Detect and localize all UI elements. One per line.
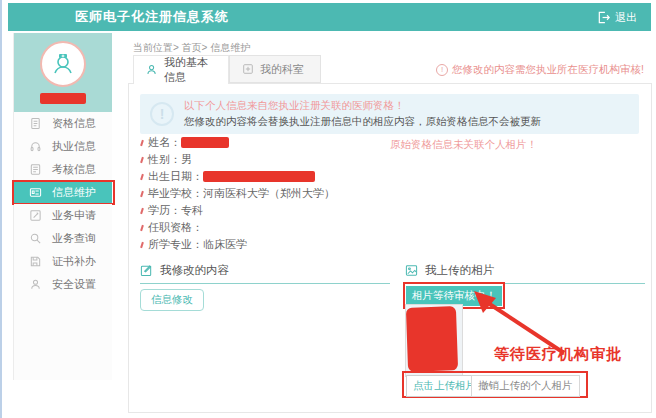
sidebar: 资格信息 执业信息 考核信息 <box>13 33 112 380</box>
field-label: 性别： <box>148 152 181 167</box>
tab-label: 我的基本信息 <box>164 55 216 85</box>
section-title: 我上传的相片 <box>425 263 494 278</box>
tab-my-basic-info[interactable]: 我的基本信息 <box>133 55 229 84</box>
field-value: 河南医科大学（郑州大学） <box>203 186 335 201</box>
info-notice-box: ! 以下个人信息来自您执业注册关联的医师资格！ 您修改的内容将会替换执业注册信息… <box>140 94 639 134</box>
field-major: 所学专业： 临床医学 <box>141 239 335 250</box>
field-job-qualification: 任职资格： <box>141 222 335 233</box>
field-birthdate: 出生日期： <box>141 171 335 182</box>
tab-label: 我的科室 <box>260 62 304 77</box>
field-label: 学历： <box>148 203 181 218</box>
sidebar-item-business-application[interactable]: 业务申请 <box>14 204 112 227</box>
field-name: 姓名： <box>141 137 335 148</box>
redacted-value <box>181 137 229 148</box>
info-modify-button[interactable]: 信息修改 <box>140 289 204 311</box>
required-tick-icon <box>140 190 144 196</box>
logout-label: 退出 <box>615 10 637 25</box>
sidebar-item-practice-info[interactable]: 执业信息 <box>14 135 112 158</box>
required-tick-icon <box>140 156 144 162</box>
app-title: 医师电子化注册信息系统 <box>75 8 229 26</box>
headset-icon <box>28 140 42 154</box>
sidebar-item-label: 执业信息 <box>52 139 96 154</box>
document-icon <box>28 117 42 131</box>
annotation-arrow <box>472 291 572 357</box>
field-education: 学历： 专科 <box>141 205 335 216</box>
required-tick-icon <box>140 139 144 145</box>
plus-square-icon <box>242 63 254 75</box>
sidebar-menu: 资格信息 执业信息 考核信息 <box>14 112 112 296</box>
exclamation-circle-icon: ! <box>150 102 174 126</box>
sidebar-item-certificate-reissue[interactable]: 证书补办 <box>14 250 112 273</box>
sidebar-item-label: 考核信息 <box>52 162 96 177</box>
personal-info-fields: 姓名： 性别： 男 出生日期： 毕业学校： 河南医科大学（郑州大学） 学历： 专… <box>141 137 335 250</box>
uploaded-photo-header: 我上传的相片 <box>405 263 645 284</box>
window-edge <box>0 0 2 418</box>
notice-line2: 您修改的内容将会替换执业注册信息中的相应内容，原始资格信息不会被更新 <box>184 115 541 129</box>
uploaded-photo[interactable] <box>405 304 463 377</box>
doctor-icon <box>48 49 78 79</box>
modified-content-header: 我修改的内容 <box>140 263 390 284</box>
tab-my-department[interactable]: 我的科室 <box>229 55 321 83</box>
field-gender: 性别： 男 <box>141 154 335 165</box>
tab-review-warning: ! 您修改的内容需您执业所在医疗机构审核! <box>436 63 644 77</box>
required-tick-icon <box>140 207 144 213</box>
user-icon <box>28 278 42 292</box>
required-tick-icon <box>140 224 144 230</box>
sidebar-item-label: 资格信息 <box>52 116 96 131</box>
warning-text: 您修改的内容需您执业所在医疗机构审核! <box>452 63 644 77</box>
redacted-username <box>40 93 86 104</box>
sidebar-item-label: 证书补办 <box>52 254 96 269</box>
notice-line1: 以下个人信息来自您执业注册关联的医师资格！ <box>184 99 541 113</box>
redacted-photo <box>406 306 458 372</box>
field-label: 姓名： <box>148 135 181 150</box>
logout-button[interactable]: 退出 <box>597 3 637 31</box>
field-value: 专科 <box>181 203 203 218</box>
sidebar-item-security-settings[interactable]: 安全设置 <box>14 273 112 296</box>
app-window: 医师电子化注册信息系统 退出 <box>0 0 656 418</box>
field-label: 毕业学校： <box>148 186 203 201</box>
logout-icon <box>597 11 610 24</box>
avatar-block <box>14 33 112 112</box>
edit-square-icon <box>28 209 42 223</box>
sidebar-item-qualification-info[interactable]: 资格信息 <box>14 112 112 135</box>
report-icon <box>28 163 42 177</box>
sidebar-item-label: 信息维护 <box>52 185 96 200</box>
search-icon <box>28 232 42 246</box>
required-tick-icon <box>140 241 144 247</box>
section-title: 我修改的内容 <box>160 263 229 278</box>
breadcrumb[interactable]: 当前位置> 首页> 信息维护 <box>133 41 250 55</box>
avatar <box>40 41 86 87</box>
sidebar-item-assessment-info[interactable]: 考核信息 <box>14 158 112 181</box>
image-icon <box>405 264 418 277</box>
field-label: 任职资格： <box>148 220 203 235</box>
field-label: 所学专业： <box>148 237 203 252</box>
field-label: 出生日期： <box>148 169 203 184</box>
sidebar-item-label: 业务查询 <box>52 231 96 246</box>
disk-icon <box>28 255 42 269</box>
cancel-upload-button[interactable]: 撤销上传的个人相片 <box>471 375 580 397</box>
person-icon <box>146 64 158 76</box>
sidebar-item-label: 业务申请 <box>52 208 96 223</box>
id-card-icon <box>28 186 42 200</box>
redacted-value <box>203 171 315 182</box>
sidebar-item-label: 安全设置 <box>52 277 96 292</box>
edit-icon <box>140 264 153 277</box>
required-tick-icon <box>140 173 144 179</box>
field-value: 男 <box>181 152 192 167</box>
field-school: 毕业学校： 河南医科大学（郑州大学） <box>141 188 335 199</box>
sidebar-item-info-maintenance[interactable]: 信息维护 <box>14 181 112 204</box>
field-value: 临床医学 <box>203 237 247 252</box>
photo-not-linked-note: 原始资格信息未关联个人相片！ <box>390 138 537 152</box>
warning-icon: ! <box>436 64 448 76</box>
sidebar-item-business-query[interactable]: 业务查询 <box>14 227 112 250</box>
header-bar: 医师电子化注册信息系统 退出 <box>8 3 651 31</box>
